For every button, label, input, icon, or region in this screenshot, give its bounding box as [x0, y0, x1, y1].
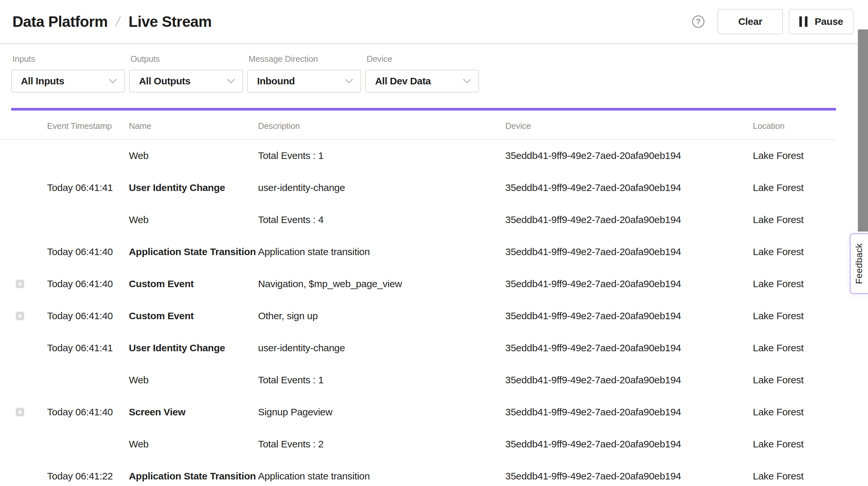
event-name-cell: Application State Transition [129, 470, 258, 482]
event-device-cell: 35eddb41-9ff9-49e2-7aed-20afa90eb194 [505, 246, 753, 257]
breadcrumb-separator: / [115, 14, 122, 29]
event-device-cell: 35eddb41-9ff9-49e2-7aed-20afa90eb194 [505, 278, 753, 290]
event-location-cell: Lake Forest [753, 374, 836, 386]
table-row[interactable]: + Today 06:41:41 User Identity Change us… [0, 332, 836, 364]
event-timestamp-cell: Today 06:41:22 [47, 470, 129, 482]
message-direction-dropdown-value: Inbound [257, 75, 295, 87]
filter-message-direction: Message Direction Inbound [247, 54, 361, 108]
event-timestamp-cell: Today 06:41:41 [47, 182, 129, 193]
table-row[interactable]: + Today 06:41:40 Application State Trans… [0, 236, 836, 268]
column-event-timestamp: Event Timestamp [47, 121, 129, 139]
event-location-cell: Lake Forest [753, 150, 836, 161]
event-timestamp-cell: Today 06:41:40 [47, 278, 129, 290]
table-row[interactable]: + Web Total Events : 1 35eddb41-9ff9-49e… [0, 364, 836, 396]
event-description-cell: Total Events : 4 [258, 214, 505, 225]
filter-message-direction-label: Message Direction [249, 54, 361, 64]
event-device-cell: 35eddb41-9ff9-49e2-7aed-20afa90eb194 [505, 342, 753, 354]
expand-row-icon[interactable]: + [16, 312, 24, 320]
expand-row-icon[interactable]: + [16, 408, 24, 416]
event-description-cell: Application state transition [258, 246, 505, 257]
expand-cell: + [0, 172, 47, 204]
column-description: Description [258, 121, 505, 139]
device-dropdown[interactable]: All Dev Data [365, 70, 479, 93]
event-timestamp-cell: Today 06:41:40 [47, 310, 129, 322]
page-header: Data Platform / Live Stream ? Clear Paus… [0, 0, 868, 44]
header-spacer [0, 131, 47, 139]
event-name-cell: Web [129, 214, 258, 225]
filter-bar: Inputs All Inputs Outputs All Outputs Me… [11, 44, 479, 108]
accent-divider [11, 108, 836, 111]
event-description-cell: Total Events : 2 [258, 438, 505, 450]
chevron-down-icon [463, 79, 471, 84]
event-timestamp-cell: Today 06:41:40 [47, 246, 129, 257]
filter-outputs: Outputs All Outputs [129, 54, 243, 108]
event-device-cell: 35eddb41-9ff9-49e2-7aed-20afa90eb194 [505, 214, 753, 225]
clear-button[interactable]: Clear [718, 9, 783, 34]
table-header-row: Event Timestamp Name Description Device … [0, 111, 836, 140]
feedback-tab[interactable]: Feedback [850, 233, 868, 294]
chevron-down-icon [227, 79, 235, 84]
event-rows: + Web Total Events : 1 35eddb41-9ff9-49e… [0, 140, 836, 486]
expand-cell: + [0, 236, 47, 268]
vertical-scrollbar-thumb[interactable] [858, 29, 868, 232]
event-name-cell: User Identity Change [129, 342, 258, 354]
event-name-cell: Web [129, 438, 258, 450]
event-description-cell: user-identity-change [258, 342, 505, 354]
event-timestamp-cell: Today 06:41:41 [47, 342, 129, 354]
table-row[interactable]: + Web Total Events : 2 35eddb41-9ff9-49e… [0, 428, 836, 460]
event-name-cell: Web [129, 374, 258, 386]
help-icon[interactable]: ? [692, 16, 705, 28]
expand-cell: + [0, 364, 47, 396]
event-name-cell: Screen View [129, 406, 258, 418]
device-dropdown-value: All Dev Data [375, 75, 431, 87]
column-device: Device [505, 121, 753, 139]
expand-cell: + [0, 268, 47, 300]
event-location-cell: Lake Forest [753, 182, 836, 193]
event-name-cell: Custom Event [129, 278, 258, 290]
event-device-cell: 35eddb41-9ff9-49e2-7aed-20afa90eb194 [505, 470, 753, 482]
event-device-cell: 35eddb41-9ff9-49e2-7aed-20afa90eb194 [505, 374, 753, 386]
chevron-down-icon [345, 79, 353, 84]
filter-device-label: Device [367, 54, 479, 64]
breadcrumb: Data Platform / Live Stream [12, 13, 212, 30]
message-direction-dropdown[interactable]: Inbound [247, 70, 361, 93]
event-device-cell: 35eddb41-9ff9-49e2-7aed-20afa90eb194 [505, 182, 753, 193]
filter-outputs-label: Outputs [130, 54, 243, 64]
filter-inputs-label: Inputs [12, 54, 125, 64]
table-row[interactable]: + Web Total Events : 1 35eddb41-9ff9-49e… [0, 140, 836, 172]
pause-button[interactable]: Pause [789, 9, 854, 34]
expand-cell: + [0, 140, 47, 172]
event-device-cell: 35eddb41-9ff9-49e2-7aed-20afa90eb194 [505, 150, 753, 161]
event-location-cell: Lake Forest [753, 278, 836, 290]
pause-button-label: Pause [815, 16, 843, 27]
table-row[interactable]: + Today 06:41:40 Custom Event Navigation… [0, 268, 836, 300]
event-name-cell: Application State Transition [129, 246, 258, 257]
event-device-cell: 35eddb41-9ff9-49e2-7aed-20afa90eb194 [505, 406, 753, 418]
expand-row-icon[interactable]: + [16, 280, 24, 288]
event-device-cell: 35eddb41-9ff9-49e2-7aed-20afa90eb194 [505, 310, 753, 322]
expand-cell: + [0, 332, 47, 364]
table-row[interactable]: + Today 06:41:22 Application State Trans… [0, 460, 836, 486]
table-row[interactable]: + Today 06:41:41 User Identity Change us… [0, 172, 836, 204]
outputs-dropdown[interactable]: All Outputs [129, 70, 243, 93]
column-location: Location [753, 121, 836, 139]
event-location-cell: Lake Forest [753, 406, 836, 418]
event-device-cell: 35eddb41-9ff9-49e2-7aed-20afa90eb194 [505, 438, 753, 450]
expand-cell: + [0, 428, 47, 460]
event-timestamp-cell: Today 06:41:40 [47, 406, 129, 418]
event-description-cell: Navigation, $mp_web_page_view [258, 278, 505, 290]
expand-cell: + [0, 460, 47, 486]
event-description-cell: Other, sign up [258, 310, 505, 322]
header-actions: ? Clear Pause [692, 9, 854, 34]
event-description-cell: Total Events : 1 [258, 150, 505, 161]
filter-device: Device All Dev Data [365, 54, 479, 108]
event-table: Event Timestamp Name Description Device … [0, 111, 836, 486]
table-row[interactable]: + Web Total Events : 4 35eddb41-9ff9-49e… [0, 204, 836, 236]
breadcrumb-data-platform[interactable]: Data Platform [12, 13, 107, 30]
event-description-cell: Application state transition [258, 470, 505, 482]
table-row[interactable]: + Today 06:41:40 Screen View Signup Page… [0, 396, 836, 428]
inputs-dropdown[interactable]: All Inputs [11, 70, 125, 93]
event-location-cell: Lake Forest [753, 246, 836, 257]
filter-inputs: Inputs All Inputs [11, 54, 125, 108]
table-row[interactable]: + Today 06:41:40 Custom Event Other, sig… [0, 300, 836, 332]
